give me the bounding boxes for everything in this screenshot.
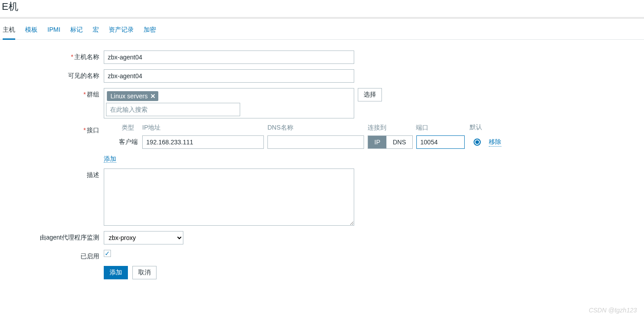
group-tag[interactable]: Linux servers ✕: [107, 91, 158, 101]
page-title: E机: [0, 0, 644, 17]
interface-remove-link[interactable]: 移除: [489, 138, 501, 147]
label-host-name: *主机名称: [0, 51, 104, 61]
tab-inventory[interactable]: 资产记录: [109, 24, 134, 39]
label-description: 描述: [0, 168, 104, 179]
connect-to-toggle: IP DNS: [368, 135, 413, 149]
tab-ipmi[interactable]: IPMI: [47, 24, 60, 39]
iface-header-dns: DNS名称: [267, 124, 368, 132]
group-tag-remove-icon[interactable]: ✕: [150, 93, 156, 100]
group-search-input[interactable]: [106, 103, 240, 116]
group-tag-label: Linux servers: [110, 93, 148, 100]
connect-to-ip[interactable]: IP: [368, 136, 386, 148]
tab-encryption[interactable]: 加密: [144, 24, 156, 39]
groups-input[interactable]: Linux servers ✕: [104, 88, 354, 118]
cancel-button[interactable]: 取消: [132, 266, 157, 279]
iface-header-type: 类型: [104, 124, 142, 132]
label-enabled: 已启用: [0, 250, 104, 261]
radio-dot-icon: [475, 140, 479, 144]
submit-button[interactable]: 添加: [104, 266, 128, 279]
label-groups: *群组: [0, 88, 104, 99]
iface-header-port: 端口: [416, 124, 468, 132]
visible-name-input[interactable]: [104, 69, 354, 83]
label-interfaces: *接口: [0, 124, 104, 135]
label-visible-name: 可见的名称: [0, 69, 104, 80]
tab-template[interactable]: 模板: [25, 24, 38, 39]
description-textarea[interactable]: [104, 168, 354, 226]
tab-tags[interactable]: 标记: [70, 24, 83, 39]
interface-headers: 类型 IP地址 DNS名称 连接到 端口 默认: [104, 124, 501, 132]
select-group-button[interactable]: 选择: [358, 88, 382, 101]
iface-header-default: 默认: [468, 124, 484, 132]
iface-header-connect: 连接到: [368, 124, 416, 132]
interface-port-input[interactable]: [416, 135, 465, 149]
tabs-bar: 主机 模板 IPMI 标记 宏 资产记录 加密: [0, 19, 644, 40]
interface-add-link[interactable]: 添加: [104, 155, 116, 163]
proxy-select[interactable]: zbx-proxy: [104, 231, 183, 244]
tab-host[interactable]: 主机: [3, 24, 15, 40]
interface-row: 客户端 IP DNS 移除: [104, 135, 501, 149]
tab-macros[interactable]: 宏: [93, 24, 99, 39]
iface-header-ip: IP地址: [142, 124, 267, 132]
host-form: *主机名称 可见的名称 *群组 Linux servers ✕ 选择 *接口: [0, 40, 644, 279]
enabled-checkbox[interactable]: ✓: [104, 250, 111, 257]
label-proxy: 由agent代理程序监测: [0, 231, 104, 242]
interface-default-radio[interactable]: [474, 139, 481, 146]
interface-type-label: 客户端: [104, 138, 142, 146]
interface-ip-input[interactable]: [142, 135, 264, 149]
host-name-input[interactable]: [104, 51, 354, 64]
connect-to-dns[interactable]: DNS: [386, 136, 412, 148]
interface-dns-input[interactable]: [267, 135, 364, 149]
